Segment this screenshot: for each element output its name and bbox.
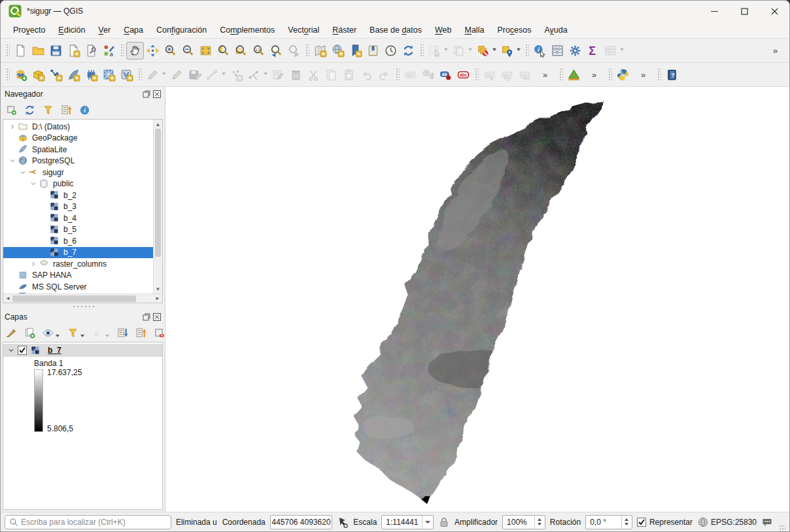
checkbox-checked-icon[interactable]: [637, 518, 646, 527]
messages-icon[interactable]: [761, 516, 773, 528]
scale-combobox[interactable]: 1:114441: [381, 515, 434, 529]
show-statistics-button[interactable]: Σ: [584, 42, 602, 59]
manage-map-themes-button[interactable]: [40, 325, 56, 341]
tree-item-b-4[interactable]: b_4: [3, 212, 153, 224]
chevron-down-icon[interactable]: [264, 73, 267, 75]
tree-item-b-7[interactable]: b_7: [3, 247, 153, 259]
help-button[interactable]: ?: [663, 66, 681, 84]
open-project-button[interactable]: [29, 42, 47, 59]
magnifier-spinbox[interactable]: 100%: [502, 515, 545, 529]
toolbar-grip[interactable]: [5, 67, 10, 82]
chevron-down-icon[interactable]: [162, 73, 166, 75]
dock-splitter[interactable]: [1, 303, 165, 310]
zoom-to-selection-button[interactable]: [215, 42, 232, 59]
tree-expand-arrow[interactable]: [7, 122, 18, 132]
refresh-map-button[interactable]: [400, 42, 417, 59]
new-project-button[interactable]: [12, 42, 29, 59]
close-panel-icon[interactable]: [153, 90, 161, 98]
filter-browser-button[interactable]: [40, 103, 56, 118]
toolbar-grip[interactable]: [395, 67, 400, 82]
show-bookmarks-button[interactable]: [364, 42, 382, 59]
new-mesh-layer-button[interactable]: [100, 66, 118, 84]
close-button[interactable]: [759, 1, 789, 22]
toolbar-grip[interactable]: [5, 43, 10, 58]
menu-proyecto[interactable]: Proyecto: [7, 24, 51, 37]
menu-ayuda[interactable]: Ayuda: [538, 24, 573, 37]
new-gpx-layer-button[interactable]: [118, 66, 135, 84]
tree-item-sap-hana[interactable]: SAP HANA: [3, 270, 153, 282]
menu-ver[interactable]: Ver: [92, 24, 116, 37]
menu-r-ster[interactable]: Ráster: [326, 24, 362, 37]
toolbar-grip[interactable]: [558, 67, 563, 82]
tree-item-geopackage[interactable]: GeoPackage: [3, 133, 153, 144]
new-geopackage-layer-button[interactable]: [29, 66, 47, 84]
new-3d-map-view-button[interactable]: [329, 42, 347, 59]
new-print-layout-button[interactable]: [65, 42, 82, 59]
save-project-button[interactable]: [47, 42, 65, 59]
pan-to-selection-button[interactable]: [144, 42, 162, 59]
locator-input[interactable]: [21, 518, 167, 527]
toolbar-grip[interactable]: [120, 43, 124, 58]
menu-web[interactable]: Web: [429, 24, 457, 37]
tree-item-b-3[interactable]: b_3: [3, 201, 153, 213]
zoom-last-button[interactable]: [267, 42, 285, 59]
mouse-position-icon[interactable]: [337, 516, 349, 528]
new-spatialite-layer-button[interactable]: [65, 66, 82, 84]
resize-grip[interactable]: [779, 525, 785, 531]
tree-item-public[interactable]: public: [3, 178, 153, 190]
toolbar-grip[interactable]: [657, 67, 661, 82]
minimize-button[interactable]: [699, 1, 729, 22]
browser-vscrollbar[interactable]: ▲ ▼: [153, 120, 162, 293]
chevron-down-icon[interactable]: [468, 48, 472, 51]
float-panel-icon[interactable]: [143, 313, 150, 321]
layer-labeling-single-button[interactable]: abc: [455, 66, 472, 84]
chevron-down-icon[interactable]: [492, 48, 496, 51]
zoom-native-resolution-button[interactable]: 1:1: [250, 42, 267, 59]
grass-overflow[interactable]: »: [585, 66, 603, 84]
coordinate-field[interactable]: 445706 4093620: [270, 515, 333, 529]
close-panel-icon[interactable]: [153, 313, 161, 321]
label-toolbar-overflow[interactable]: »: [536, 66, 554, 84]
menu-complementos[interactable]: Complementos: [214, 24, 281, 37]
refresh-browser-button[interactable]: [22, 103, 37, 118]
tree-item-spatialite[interactable]: SpatiaLite: [3, 144, 153, 156]
style-manager-button[interactable]: a: [100, 42, 118, 59]
processing-toolbox-button[interactable]: [566, 42, 584, 59]
statistical-summary-button[interactable]: [549, 42, 566, 59]
spin-buttons[interactable]: [621, 516, 632, 529]
menu-base-de-datos[interactable]: Base de datos: [364, 24, 428, 37]
layout-manager-button[interactable]: [82, 42, 100, 59]
tree-expand-arrow[interactable]: [7, 156, 18, 166]
chevron-down-icon[interactable]: [80, 335, 84, 337]
zoom-to-layer-button[interactable]: [232, 42, 250, 59]
zoom-in-button[interactable]: [162, 42, 179, 59]
locator-searchbox[interactable]: [5, 515, 171, 529]
render-checkbox[interactable]: Representar: [637, 518, 693, 527]
rotation-spinbox[interactable]: 0,0 °: [585, 515, 632, 529]
menu-malla[interactable]: Malla: [458, 24, 490, 37]
add-group-button[interactable]: [22, 325, 37, 341]
zoom-full-extent-button[interactable]: [197, 42, 215, 59]
new-virtual-layer-button[interactable]: [82, 66, 100, 84]
temporal-controller-button[interactable]: [382, 42, 400, 59]
float-panel-icon[interactable]: [143, 90, 150, 98]
tree-expand-arrow[interactable]: [28, 178, 39, 189]
zoom-out-button[interactable]: [179, 42, 197, 59]
menu-configuraci-n[interactable]: Configuración: [150, 24, 213, 37]
menu-procesos[interactable]: Procesos: [491, 24, 537, 37]
map-canvas[interactable]: [165, 87, 789, 512]
layer-item-b7[interactable]: b_7: [3, 344, 162, 357]
chevron-down-icon[interactable]: [444, 48, 448, 51]
spin-buttons[interactable]: [534, 516, 545, 529]
pan-map-button[interactable]: [126, 42, 144, 59]
layer-expand-arrow[interactable]: [6, 345, 16, 356]
new-shapefile-layer-button[interactable]: [47, 66, 65, 84]
tree-item-b-2[interactable]: b_2: [3, 190, 153, 201]
collapse-all-button[interactable]: [58, 103, 74, 118]
tree-item-postgresql[interactable]: PostgreSQL: [3, 156, 153, 167]
tree-item-ms-sql-server[interactable]: MS SQL Server: [3, 281, 153, 293]
select-by-value-button[interactable]: [498, 42, 516, 59]
deselect-all-button[interactable]: [474, 42, 492, 59]
browser-hscrollbar[interactable]: ◄ ►: [3, 293, 162, 303]
tree-expand-arrow[interactable]: [18, 167, 28, 178]
